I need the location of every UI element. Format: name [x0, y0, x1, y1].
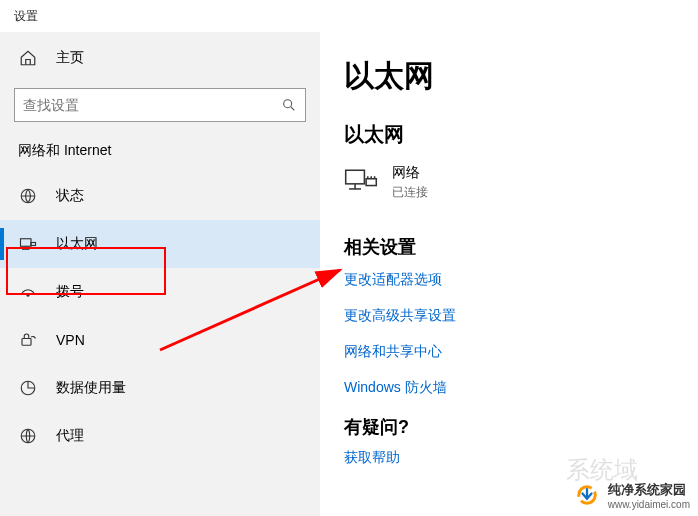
svg-rect-6	[31, 243, 36, 246]
proxy-icon	[18, 426, 38, 446]
nav-label: 状态	[56, 187, 84, 205]
nav-label: VPN	[56, 332, 85, 348]
status-icon	[18, 186, 38, 206]
network-name: 网络	[392, 164, 428, 182]
watermark-name: 纯净系统家园	[608, 481, 690, 499]
watermark-logo-icon	[572, 480, 602, 510]
svg-point-0	[284, 100, 292, 108]
network-status: 已连接	[392, 184, 428, 201]
nav-datausage[interactable]: 数据使用量	[0, 364, 320, 412]
faq-title: 有疑问?	[344, 415, 674, 439]
svg-rect-8	[22, 339, 31, 346]
main-pane: 以太网 以太网 网络 已连接 相关设置 更改适配器选项 更改高级共	[320, 32, 698, 516]
svg-rect-11	[346, 170, 365, 184]
dialup-icon	[18, 282, 38, 302]
nav-ethernet[interactable]: 以太网	[0, 220, 320, 268]
window-title: 设置	[0, 0, 698, 32]
nav-vpn[interactable]: VPN	[0, 316, 320, 364]
svg-rect-3	[21, 239, 32, 247]
page-title: 以太网	[344, 56, 674, 97]
svg-line-1	[291, 107, 294, 110]
section-label: 网络和 Internet	[0, 138, 320, 172]
network-text: 网络 已连接	[392, 164, 428, 201]
nav-label: 代理	[56, 427, 84, 445]
section-subhead: 以太网	[344, 121, 674, 148]
search-wrap	[14, 88, 306, 122]
home-button[interactable]: 主页	[0, 36, 320, 80]
search-box[interactable]	[14, 88, 306, 122]
nav-label: 拨号	[56, 283, 84, 301]
sidebar: 主页 网络和 Internet 状态	[0, 32, 320, 516]
nav-label: 以太网	[56, 235, 98, 253]
vpn-icon	[18, 330, 38, 350]
watermark: 纯净系统家园 www.yidaimei.com	[572, 480, 690, 510]
link-network-center[interactable]: 网络和共享中心	[344, 343, 674, 361]
ethernet-icon	[18, 234, 38, 254]
link-advanced-sharing[interactable]: 更改高级共享设置	[344, 307, 674, 325]
nav-proxy[interactable]: 代理	[0, 412, 320, 460]
link-adapter-options[interactable]: 更改适配器选项	[344, 271, 674, 289]
related-settings-title: 相关设置	[344, 235, 674, 259]
search-input[interactable]	[23, 97, 281, 113]
datausage-icon	[18, 378, 38, 398]
home-icon	[18, 48, 38, 68]
nav-status[interactable]: 状态	[0, 172, 320, 220]
link-get-help[interactable]: 获取帮助	[344, 449, 674, 467]
nav-dialup[interactable]: 拨号	[0, 268, 320, 316]
nav-label: 数据使用量	[56, 379, 126, 397]
home-label: 主页	[56, 49, 84, 67]
content-container: 主页 网络和 Internet 状态	[0, 32, 698, 516]
monitor-network-icon	[344, 168, 378, 198]
search-icon	[281, 97, 297, 113]
link-windows-firewall[interactable]: Windows 防火墙	[344, 379, 674, 397]
svg-point-7	[27, 294, 29, 296]
svg-rect-14	[366, 178, 376, 185]
network-status-block[interactable]: 网络 已连接	[344, 164, 674, 201]
watermark-url: www.yidaimei.com	[608, 499, 690, 510]
